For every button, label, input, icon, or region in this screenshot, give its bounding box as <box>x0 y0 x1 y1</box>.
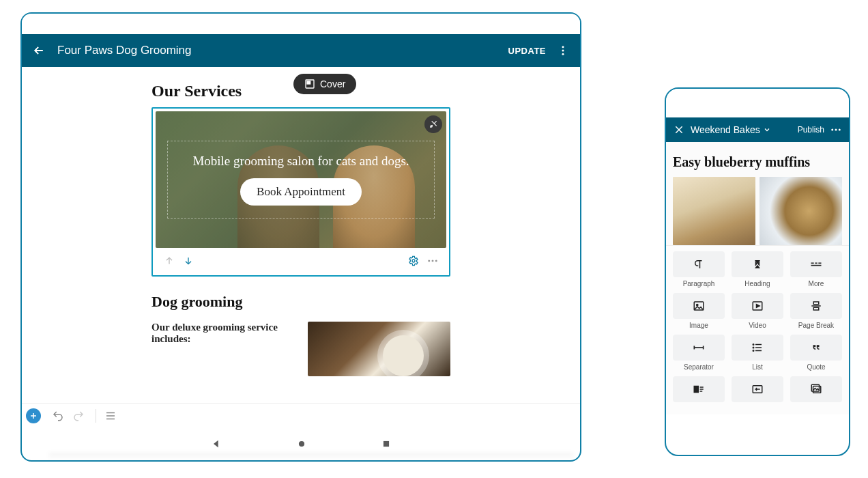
tablet-device: Four Paws Dog Grooming UPDATE Cover Our … <box>20 12 581 462</box>
block-inserter-panel: Paragraph Heading More Image Video Page … <box>666 245 849 414</box>
phone-editor-header: Weekend Bakes Publish <box>666 117 849 142</box>
label-image: Image <box>673 322 725 329</box>
block-tooltip-label: Cover <box>320 79 345 89</box>
svg-point-20 <box>753 350 754 352</box>
tablet-status-gap <box>22 14 580 34</box>
inserter-row <box>673 251 842 277</box>
block-toolbar <box>156 249 446 272</box>
shadow <box>49 453 573 456</box>
label-heading: Heading <box>732 280 783 287</box>
svg-point-0 <box>562 46 564 48</box>
svg-point-10 <box>299 441 304 447</box>
inserter-row <box>673 376 842 402</box>
svg-point-9 <box>435 260 437 262</box>
publish-button[interactable]: Publish <box>798 125 824 135</box>
label-separator: Separator <box>673 363 725 371</box>
gallery-image-2[interactable] <box>760 177 842 245</box>
move-down-icon[interactable] <box>179 251 198 270</box>
gallery-image-1[interactable] <box>673 177 755 245</box>
close-icon[interactable] <box>673 124 685 136</box>
svg-point-6 <box>412 259 415 262</box>
block-settings-badge-icon[interactable] <box>424 115 442 133</box>
block-tooltip: Cover <box>293 74 356 94</box>
block-preformatted[interactable] <box>732 376 783 402</box>
svg-point-16 <box>697 304 698 305</box>
chevron-down-icon[interactable] <box>763 126 771 134</box>
site-title: Four Paws Dog Grooming <box>57 44 508 57</box>
editor-header: Four Paws Dog Grooming UPDATE <box>22 34 580 67</box>
svg-rect-11 <box>384 441 389 447</box>
undo-icon[interactable] <box>49 407 67 425</box>
redo-icon[interactable] <box>70 407 87 425</box>
label-list: List <box>732 363 783 371</box>
more-horizontal-icon[interactable] <box>830 124 842 136</box>
cover-text[interactable]: Mobile grooming salon for cats and dogs. <box>192 154 409 169</box>
editor-bottom-toolbar <box>22 403 580 427</box>
more-vertical-icon[interactable] <box>555 43 570 58</box>
divider <box>96 409 96 423</box>
move-up-icon[interactable] <box>160 251 179 270</box>
block-heading[interactable] <box>732 251 783 277</box>
gear-icon[interactable] <box>404 251 423 270</box>
nav-recent-icon[interactable] <box>381 439 391 449</box>
phone-editor-canvas: Easy blueberry muffins <box>666 142 849 245</box>
nav-back-icon[interactable] <box>211 438 222 449</box>
block-media-text[interactable] <box>673 376 725 402</box>
label-video: Video <box>732 322 783 329</box>
cover-block[interactable]: Mobile grooming salon for cats and dogs.… <box>156 111 446 248</box>
svg-point-7 <box>428 260 430 262</box>
svg-point-2 <box>562 53 564 55</box>
phone-site-title[interactable]: Weekend Bakes <box>691 124 760 135</box>
cover-inner-area: Mobile grooming salon for cats and dogs.… <box>167 141 435 219</box>
block-video[interactable] <box>732 293 783 319</box>
label-paragraph: Paragraph <box>673 280 725 287</box>
inserter-row <box>673 335 842 361</box>
book-appointment-button[interactable]: Book Appointment <box>240 178 362 206</box>
block-quote[interactable] <box>790 335 842 361</box>
heading-dog-grooming[interactable]: Dog grooming <box>151 293 450 311</box>
block-gallery[interactable] <box>790 376 842 402</box>
svg-point-18 <box>753 344 754 346</box>
list-view-icon[interactable] <box>102 407 119 425</box>
label-more: More <box>790 280 842 287</box>
block-list[interactable] <box>732 335 783 361</box>
svg-point-13 <box>835 129 837 131</box>
post-title[interactable]: Easy blueberry muffins <box>673 154 842 170</box>
columns-block: Our deluxe grooming service includes: <box>151 322 450 376</box>
add-block-button[interactable] <box>26 408 41 423</box>
cover-icon <box>304 79 315 89</box>
cover-block-selected[interactable]: Mobile grooming salon for cats and dogs.… <box>151 107 450 277</box>
svg-point-19 <box>753 347 754 348</box>
more-horizontal-icon[interactable] <box>423 251 442 270</box>
svg-point-1 <box>562 50 564 52</box>
svg-point-14 <box>839 129 841 131</box>
paragraph-deluxe[interactable]: Our deluxe grooming service includes: <box>151 322 287 376</box>
editor-canvas: Cover Our Services Mobile grooming salon… <box>22 67 580 408</box>
svg-rect-4 <box>307 81 310 84</box>
label-quote: Quote <box>790 363 842 371</box>
phone-status-gap <box>666 89 849 117</box>
block-paragraph[interactable] <box>673 251 725 277</box>
svg-rect-21 <box>694 386 698 393</box>
block-page-break[interactable] <box>790 293 842 319</box>
back-icon[interactable] <box>31 43 46 58</box>
update-button[interactable]: UPDATE <box>508 46 546 56</box>
image-dog-grooming[interactable] <box>308 322 450 376</box>
block-more[interactable] <box>790 251 842 277</box>
block-separator[interactable] <box>673 335 725 361</box>
svg-point-12 <box>831 129 833 131</box>
gallery-block[interactable] <box>673 177 842 245</box>
nav-home-icon[interactable] <box>297 439 306 449</box>
phone-device: Weekend Bakes Publish Easy blueberry muf… <box>665 87 850 456</box>
block-image[interactable] <box>673 293 725 319</box>
svg-point-8 <box>432 260 434 262</box>
inserter-row <box>673 293 842 319</box>
label-page-break: Page Break <box>790 322 842 329</box>
